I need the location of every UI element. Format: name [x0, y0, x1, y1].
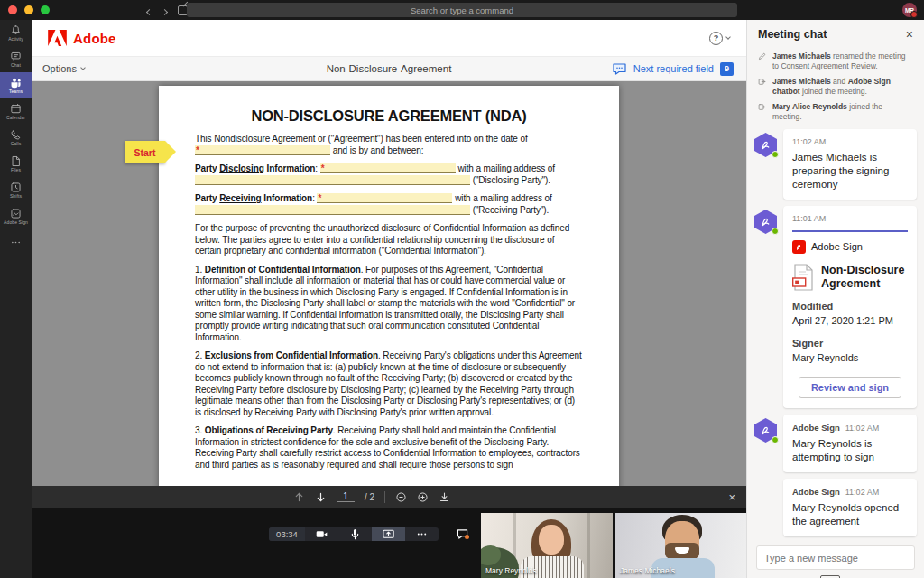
- sidebar-item-teams[interactable]: Teams: [0, 72, 32, 98]
- acrobat-icon: [760, 424, 772, 436]
- ellipsis-icon: [10, 237, 22, 248]
- chat-message: Adobe Sign 11:02 AM Mary Reynolds opened…: [747, 474, 924, 538]
- calendar-icon: [10, 103, 22, 115]
- required-field-count-badge: 9: [720, 62, 734, 76]
- sidebar-item-chat[interactable]: Chat: [0, 46, 32, 72]
- message-timestamp: 11:01 AM: [792, 212, 908, 226]
- macos-close-button[interactable]: [8, 5, 17, 14]
- close-chat-panel-button[interactable]: ×: [906, 28, 913, 41]
- document-icon: [792, 264, 814, 291]
- app-sidebar: Activity Chat Teams Calendar Calls Files…: [0, 20, 32, 578]
- message-sender: Adobe Sign: [792, 421, 840, 434]
- join-meeting-icon: [758, 102, 767, 122]
- signer-label: Signer: [792, 337, 908, 350]
- adobe-logo: Adobe: [48, 30, 116, 46]
- participant-name-label: Mary Reynolds: [485, 566, 537, 575]
- share-screen-button[interactable]: [372, 527, 405, 541]
- join-meeting-icon: [758, 77, 767, 97]
- title-bar: Search or type a command MR: [0, 0, 924, 20]
- review-and-sign-button[interactable]: Review and sign: [799, 377, 901, 398]
- help-icon: ?: [709, 32, 723, 45]
- chat-message-input[interactable]: [756, 545, 915, 570]
- pdf-page: NON-DISCLOSURE AGREEMENT (NDA) This Nond…: [159, 86, 619, 486]
- modified-label: Modified: [792, 300, 908, 313]
- macos-window-controls: [8, 5, 50, 14]
- message-text: James Michaels is preparing the signing …: [792, 151, 908, 191]
- toggle-chat-button[interactable]: [448, 527, 476, 541]
- sidebar-item-files[interactable]: Files: [0, 151, 32, 177]
- bell-icon: [10, 24, 22, 36]
- options-dropdown[interactable]: Options: [42, 63, 85, 74]
- presence-available-badge: [772, 436, 779, 443]
- receiving-party-field[interactable]: *: [317, 193, 452, 203]
- chat-icon: [10, 51, 22, 62]
- teams-icon: [10, 77, 22, 89]
- sidebar-item-calls[interactable]: Calls: [0, 125, 32, 151]
- disclosing-address-field[interactable]: [195, 175, 470, 185]
- macos-zoom-button[interactable]: [41, 5, 50, 14]
- previous-page-button[interactable]: [293, 491, 305, 503]
- start-signing-tab[interactable]: Start: [125, 141, 165, 163]
- video-tile-james-michaels[interactable]: James Michaels: [615, 513, 747, 578]
- video-tile-mary-reynolds[interactable]: Mary Reynolds: [481, 513, 613, 578]
- forward-button[interactable]: [162, 2, 167, 18]
- sidebar-more-apps[interactable]: [0, 229, 32, 256]
- zoom-out-icon: [395, 491, 407, 503]
- phone-icon: [10, 129, 22, 141]
- back-button[interactable]: [147, 2, 152, 18]
- participant-name-label: James Michaels: [620, 566, 675, 575]
- download-button[interactable]: [439, 491, 450, 503]
- card-app-header: Adobe Sign: [792, 240, 908, 254]
- shifts-clock-icon: [10, 182, 22, 193]
- message-timestamp: 11:02 AM: [845, 486, 879, 499]
- adobe-sign-app-icon: [10, 208, 22, 219]
- next-page-button[interactable]: [315, 491, 327, 503]
- chat-panel-title: Meeting chat: [758, 28, 906, 41]
- sidebar-item-adobe-sign[interactable]: Adobe Sign: [0, 203, 32, 229]
- microphone-icon: [348, 527, 362, 541]
- zoom-out-button[interactable]: [395, 491, 407, 503]
- system-message-joined: James Michaels and Adobe Sign chatbot jo…: [747, 74, 924, 99]
- search-input[interactable]: Search or type a command: [187, 3, 737, 17]
- message-sender: Adobe Sign: [792, 485, 840, 499]
- next-required-field-button[interactable]: Next required field 9: [612, 62, 734, 76]
- receiving-address-field[interactable]: [195, 205, 470, 215]
- share-screen-icon: [382, 527, 395, 541]
- camera-button[interactable]: [305, 527, 338, 541]
- adobe-sign-logo-icon: [792, 240, 806, 254]
- message-timestamp: 11:02 AM: [845, 422, 879, 435]
- zoom-in-icon: [417, 491, 429, 503]
- meeting-control-bar: 03:34: [32, 508, 746, 578]
- ellipsis-icon: [415, 527, 429, 541]
- user-avatar[interactable]: MR: [902, 3, 917, 17]
- card-accent-rule: [792, 230, 908, 232]
- presence-available-badge: [772, 151, 779, 158]
- more-actions-button[interactable]: [405, 527, 439, 541]
- adobe-sign-header: Adobe ?: [32, 20, 746, 56]
- sidebar-item-activity[interactable]: Activity: [0, 20, 32, 46]
- page-count: / 2: [365, 492, 374, 502]
- chat-notification-dot: [465, 535, 469, 539]
- section-2-paragraph: 2. Exclusions from Confidential Informat…: [195, 350, 583, 418]
- macos-minimize-button[interactable]: [24, 5, 33, 14]
- microphone-button[interactable]: [338, 527, 372, 541]
- comment-bubble-icon: [612, 62, 627, 76]
- page-number-input[interactable]: [337, 491, 355, 502]
- avatar: [754, 206, 783, 408]
- acrobat-icon: [760, 139, 772, 151]
- camera-icon: [315, 527, 328, 541]
- zoom-in-button[interactable]: [417, 491, 429, 503]
- close-shared-document-button[interactable]: ×: [728, 491, 735, 503]
- section-3-paragraph: 3. Obligations of Receiving Party. Recei…: [195, 425, 583, 471]
- date-signature-field[interactable]: *: [195, 145, 330, 155]
- sidebar-item-calendar[interactable]: Calendar: [0, 98, 32, 125]
- nda-intro-paragraph: This Nondisclosure Agreement or ("Agreem…: [195, 134, 583, 156]
- help-menu[interactable]: ?: [709, 32, 730, 45]
- pdf-viewer-toolbar: / 2 ×: [32, 486, 746, 508]
- meeting-chat-panel: Meeting chat × James Michaels renamed th…: [746, 20, 924, 578]
- file-icon: [10, 155, 22, 167]
- disclosing-party-field[interactable]: *: [320, 163, 456, 173]
- sidebar-item-shifts[interactable]: Shifts: [0, 177, 32, 203]
- modified-value: April 27, 2020 1:21 PM: [792, 314, 908, 328]
- teams-window: Search or type a command MR Activity Cha…: [0, 0, 924, 578]
